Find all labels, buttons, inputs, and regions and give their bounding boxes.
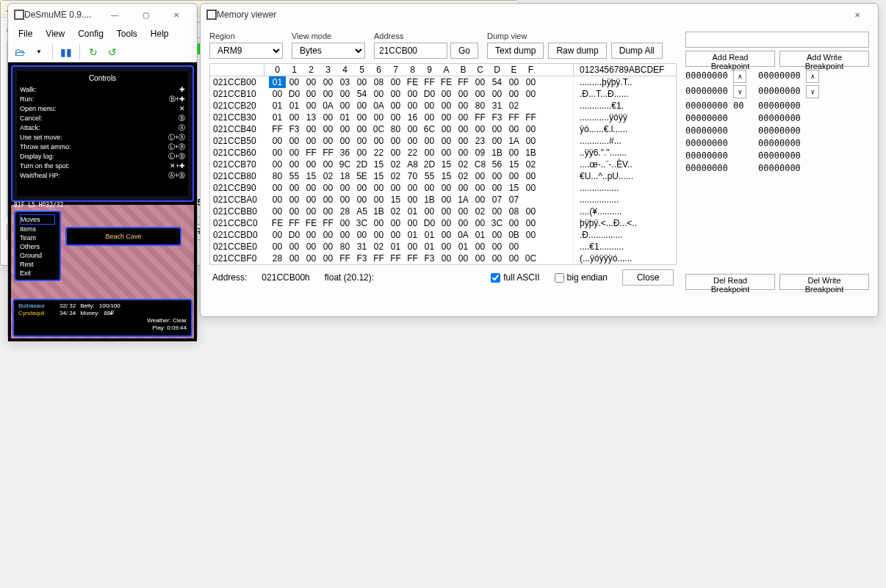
add-write-bp-button[interactable]: Add Write Breakpoint [779, 51, 869, 67]
control-row: Open menu:✕ [20, 104, 185, 114]
bp-value: 00000000 00 [685, 101, 746, 111]
dumpall-button[interactable]: Dump All [611, 43, 663, 59]
float-label: float (20.12): [325, 272, 374, 283]
textdump-button[interactable]: Text dump [487, 43, 544, 59]
bp-value: 00000000 [758, 113, 819, 123]
menu-item[interactable]: Moves [20, 214, 55, 225]
hud-top: B1F L5 HP32/32 [14, 202, 63, 208]
go-button[interactable]: Go [450, 43, 478, 59]
menu-item[interactable]: Ground [20, 251, 55, 260]
del-write-bp-button[interactable]: Del Write Breakpoint [779, 274, 869, 290]
hex-row[interactable]: 021CCB600000FFFF3600220022000000091B001B… [210, 147, 676, 159]
close-button[interactable]: ✕ [162, 5, 191, 24]
control-row: Wait/heal HP:Ⓐ+Ⓑ [20, 171, 185, 181]
viewmode-select[interactable]: Bytes [292, 43, 365, 59]
spin-down-icon[interactable]: ∨ [806, 85, 819, 98]
bp-value: 00000000 [758, 101, 819, 111]
control-row: Use set move:Ⓛ+Ⓐ [20, 133, 185, 142]
party-row: Cyndaquil34/ 34Money:88₽ [18, 310, 187, 317]
close-button[interactable]: ✕ [843, 5, 872, 24]
region-label: Region [209, 32, 283, 40]
control-row: Run:Ⓑ+✚ [20, 95, 185, 104]
rawdump-button[interactable]: Raw dump [548, 43, 606, 59]
titlebar: Memory viewer ✕ [201, 4, 878, 26]
hex-row[interactable]: 021CCB40FFF3000000000C80006C000000000000… [210, 123, 676, 135]
menu-item[interactable]: Others [20, 242, 55, 251]
location-box: Beach Cave [65, 227, 181, 246]
pause-icon[interactable]: ▮▮ [57, 43, 75, 61]
hex-row[interactable]: 021CCB30010013000100000016000000FFF3FFFF… [210, 112, 676, 123]
bp-value: 00000000 [685, 126, 746, 136]
hex-row[interactable]: 021CCBD000D00000000000000101000A01000B00… [210, 229, 676, 241]
hud-box: Bulbasaur32/ 32Belly:100/100Cyndaquil34/… [12, 299, 192, 337]
region-select[interactable]: ARM9 [209, 43, 283, 59]
bp-value: 00000000 [758, 163, 819, 173]
bp-value: 00000000 [758, 150, 819, 161]
step-icon[interactable]: ↺ [104, 43, 121, 61]
bp-value: 00000000 ∨ [758, 85, 819, 98]
full-ascii-checkbox[interactable]: full ASCII [491, 272, 539, 283]
game-menu: MovesItemsTeamOthersGroundRestExit [14, 211, 61, 281]
spin-up-icon[interactable]: ∧ [806, 70, 819, 83]
dumpview-label: Dump view [487, 32, 663, 40]
close-button[interactable]: Close [622, 269, 674, 286]
menu-file[interactable]: File [12, 27, 38, 40]
control-row: Walk:✚ [20, 85, 185, 95]
bp-search-input[interactable] [685, 32, 869, 48]
hex-row[interactable]: 021CCB8080551502185E15027055150200000000… [210, 170, 676, 182]
viewmode-label: View mode [292, 32, 365, 40]
reset-icon[interactable]: ↻ [84, 43, 102, 61]
bp-value: 00000000 ∨ [685, 85, 746, 98]
menu-item[interactable]: Exit [20, 269, 55, 277]
address-input[interactable] [374, 43, 447, 59]
bp-value: 00000000 ∧ [685, 70, 746, 83]
address-footer-label: Address: [212, 272, 247, 283]
controls-title: Controls [20, 74, 185, 82]
maximize-button[interactable]: ▢ [131, 5, 160, 24]
menu-help[interactable]: Help [145, 27, 175, 40]
bp-value: 00000000 [685, 150, 746, 161]
hex-row[interactable]: 021CCB5000000000000000000000000023001A00… [210, 135, 676, 147]
menu-item[interactable]: Rest [20, 260, 55, 269]
spin-up-icon[interactable]: ∧ [733, 70, 746, 83]
game-view: Controls Walk:✚Run:Ⓑ+✚Open menu:✕Cancel:… [8, 62, 197, 341]
hex-row[interactable]: 021CCB9000000000000000000000000000001500… [210, 182, 676, 194]
hex-row[interactable]: 021CCB70000000009C2D1502A82D1502C8561502… [210, 159, 676, 170]
toolbar: 🗁 ▼ ▮▮ ↻ ↺ [8, 42, 197, 62]
bp-value: 00000000 ∧ [758, 70, 819, 83]
app-icon [14, 10, 24, 20]
menu-item[interactable]: Team [20, 233, 55, 242]
hex-row[interactable]: 021CCBC0FEFFFEFF003C000000D00000003C0000… [210, 217, 676, 229]
hex-row[interactable]: 021CCB000100000003000800FEFFFEFF00540000… [210, 76, 676, 88]
hex-row[interactable]: 021CCBE0000000008031020100010001000000 .… [210, 241, 676, 253]
add-read-bp-button[interactable]: Add Read Breakpoint [685, 51, 775, 67]
hex-row[interactable]: 021CCB1000D000000054000000D0000000000000… [210, 88, 676, 100]
hex-row[interactable]: 021CCBF028000000FFF3FFFFFFF300000000000C… [210, 253, 676, 264]
window-title: Memory viewer [217, 10, 843, 20]
hex-dump[interactable]: 0123456789ABCDEF 0123456789ABCDEF 021CCB… [209, 63, 677, 265]
spin-down-icon[interactable]: ∨ [733, 85, 746, 98]
hex-row[interactable]: 021CCB200101000A00000A0000000000803102 .… [210, 100, 676, 112]
menu-view[interactable]: View [40, 27, 71, 40]
del-read-bp-button[interactable]: Del Read Breakpoint [685, 274, 775, 290]
bp-value: 00000000 [758, 138, 819, 148]
minimize-button[interactable]: — [100, 5, 129, 24]
open-icon[interactable]: 🗁 [11, 43, 29, 61]
party-row: Bulbasaur32/ 32Belly:100/100 [18, 302, 187, 310]
ds-bottom-screen[interactable]: B1F L5 HP32/32 MovesItemsTeamOthersGroun… [11, 205, 194, 338]
big-endian-checkbox[interactable]: big endian [555, 272, 608, 283]
hex-row[interactable]: 021CCBB00000000028A51B020100000002000800… [210, 206, 676, 217]
hex-row[interactable]: 021CCBA00000000000000015001B001A000707 .… [210, 194, 676, 206]
address-footer-value: 021CCB00h [262, 272, 309, 283]
menu-tools[interactable]: Tools [111, 27, 143, 40]
dropdown-icon[interactable]: ▼ [30, 43, 48, 61]
menubar: File View Config Tools Help [8, 26, 197, 42]
titlebar: DeSmuME 0.9.... — ▢ ✕ [8, 4, 197, 26]
control-row: Cancel:Ⓑ [20, 114, 185, 123]
menu-config[interactable]: Config [72, 27, 109, 40]
control-row: Throw set ammo:Ⓛ+Ⓡ [20, 142, 185, 152]
desmume-window: DeSmuME 0.9.... — ▢ ✕ File View Config T… [7, 3, 198, 341]
address-label: Address [374, 32, 478, 40]
bp-value: 00000000 [685, 138, 746, 148]
menu-item[interactable]: Items [20, 225, 55, 233]
